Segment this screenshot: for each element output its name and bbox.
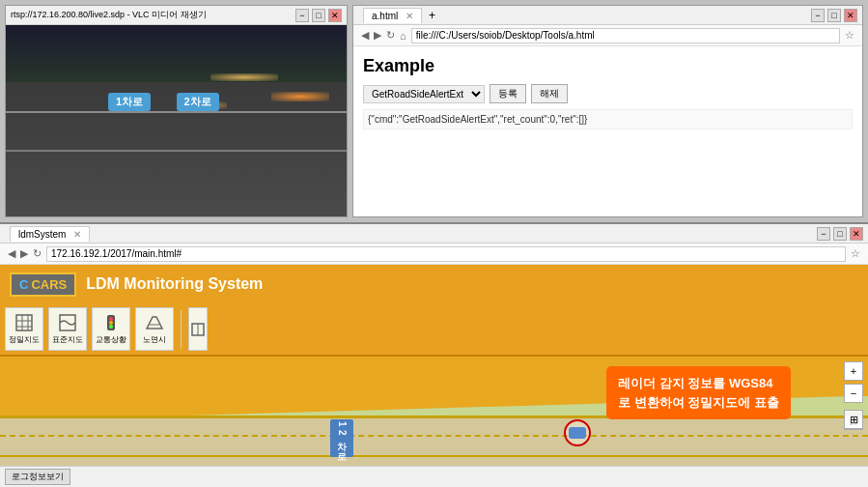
- ldm-address-input[interactable]: [46, 246, 846, 262]
- ldm-tab-close-icon[interactable]: ✕: [73, 229, 81, 240]
- ldm-toolbar: 정밀지도 표준지도 교통상황 노면시: [0, 303, 868, 357]
- tab-close-icon[interactable]: ✕: [406, 11, 413, 21]
- browser-maximize-btn[interactable]: □: [827, 9, 841, 22]
- cars-c-letter: C: [19, 277, 28, 292]
- cancel-button[interactable]: 해제: [531, 84, 568, 103]
- browser-titlebar: a.html ✕ + − □ ✕: [353, 6, 862, 25]
- toolbar-btn-traffic[interactable]: 교통상황: [92, 307, 130, 351]
- browser-content: Example GetRoadSideAlertExt 등록 해제 {"cmd"…: [353, 46, 862, 139]
- toolbar-separator: [181, 310, 182, 349]
- ldm-system-title: LDM Monitoring System: [86, 275, 263, 293]
- browser-address-bar: ◀ ▶ ↻ ⌂ ☆: [353, 25, 862, 46]
- toolbar-btn-precise-map[interactable]: 정밀지도: [5, 307, 43, 351]
- camera-lane-label-2: 2차로: [177, 93, 219, 111]
- star-icon[interactable]: ☆: [845, 29, 854, 42]
- ldm-star-icon[interactable]: ☆: [851, 247, 860, 260]
- svg-point-8: [109, 321, 113, 325]
- camera-window: rtsp://172.16.200.80/live2.sdp - VLC 미디어…: [5, 5, 348, 217]
- top-section: rtsp://172.16.200.80/live2.sdp - VLC 미디어…: [0, 0, 868, 222]
- minimize-btn[interactable]: −: [295, 9, 309, 22]
- cars-text: CARS: [31, 277, 67, 292]
- ldm-section: ldmSystem ✕ − □ ✕ ◀ ▶ ↻ ☆ CCARS LDM Moni…: [0, 222, 868, 487]
- browser-tab-label: a.html: [372, 11, 398, 21]
- api-result: {"cmd":"GetRoadSideAlertExt","ret_count"…: [363, 109, 853, 129]
- road-surface-icon: [145, 313, 164, 332]
- back-icon[interactable]: ◀: [361, 29, 369, 42]
- api-select[interactable]: GetRoadSideAlertExt: [363, 85, 485, 103]
- browser-close-btn[interactable]: ✕: [844, 9, 857, 22]
- map-lane-label-2: 2차로: [330, 428, 353, 457]
- svg-rect-0: [16, 315, 32, 330]
- camera-titlebar: rtsp://172.16.200.80/live2.sdp - VLC 미디어…: [6, 6, 347, 25]
- bottom-status-bar: 로그정보보기: [0, 466, 868, 487]
- ldm-back-icon[interactable]: ◀: [8, 247, 15, 260]
- browser-window: a.html ✕ + − □ ✕ ◀ ▶ ↻ ⌂ ☆ Example GetR: [352, 5, 863, 217]
- standard-map-icon: [58, 313, 77, 332]
- road-line-bottom: [0, 455, 868, 457]
- svg-point-7: [109, 317, 113, 321]
- browser-minimize-btn[interactable]: −: [811, 9, 825, 22]
- annotation-line1: 레이더 감지 정보를 WGS84: [618, 376, 772, 390]
- road-dashed-line: [0, 435, 868, 437]
- layers-btn[interactable]: ⊞: [844, 410, 863, 429]
- ldm-address-bar: ◀ ▶ ↻ ☆: [0, 244, 868, 265]
- forward-icon[interactable]: ▶: [374, 29, 381, 42]
- browser-tab[interactable]: a.html ✕: [363, 8, 422, 23]
- map-car-marker: [564, 419, 591, 446]
- send-button[interactable]: 등록: [490, 84, 526, 103]
- toolbar-btn-extra[interactable]: [188, 307, 208, 351]
- toolbar-btn-standard-map[interactable]: 표준지도: [48, 307, 87, 351]
- ldm-close-btn[interactable]: ✕: [850, 227, 863, 241]
- traffic-icon: [101, 313, 121, 332]
- zoom-in-btn[interactable]: +: [844, 361, 863, 381]
- new-tab-btn[interactable]: +: [425, 9, 439, 22]
- annotation-line2: 로 변환하여 정밀지도에 표출: [618, 395, 779, 410]
- camera-feed: 1차로 2차로: [6, 25, 347, 216]
- maximize-btn[interactable]: □: [312, 9, 325, 22]
- ldm-tab[interactable]: ldmSystem ✕: [10, 226, 90, 242]
- ldm-forward-icon[interactable]: ▶: [20, 247, 28, 260]
- api-row: GetRoadSideAlertExt 등록 해제: [363, 84, 853, 103]
- camera-window-buttons: − □ ✕: [295, 9, 342, 22]
- refresh-icon[interactable]: ↻: [386, 29, 395, 42]
- toolbar-btn-road-surface[interactable]: 노면시: [135, 307, 174, 351]
- address-input[interactable]: [411, 28, 840, 43]
- camera-lane-label-1: 1차로: [108, 93, 151, 111]
- ldm-minimize-btn[interactable]: −: [817, 227, 830, 241]
- example-title: Example: [363, 56, 853, 76]
- ldm-maximize-btn[interactable]: □: [833, 227, 847, 241]
- car-icon: [569, 427, 586, 439]
- extra-icon: [188, 320, 208, 339]
- svg-point-9: [109, 325, 113, 329]
- ldm-tab-label: ldmSystem: [18, 229, 66, 240]
- precise-map-icon: [14, 313, 34, 332]
- map-right-controls: + −: [844, 361, 863, 403]
- btn-road-surface-label: 노면시: [143, 334, 166, 345]
- browser-window-buttons: − □ ✕: [811, 9, 857, 22]
- ldm-header: CCARS LDM Monitoring System: [0, 265, 868, 303]
- btn-precise-map-label: 정밀지도: [9, 334, 40, 345]
- btn-traffic-label: 교통상황: [96, 334, 126, 345]
- camera-title: rtsp://172.16.200.80/live2.sdp - VLC 미디어…: [11, 9, 207, 21]
- annotation-bubble: 레이더 감지 정보를 WGS84 로 변환하여 정밀지도에 표출: [606, 366, 791, 419]
- ldm-window-buttons: − □ ✕: [817, 227, 863, 241]
- btn-standard-map-label: 표준지도: [52, 334, 83, 345]
- ldm-refresh-icon[interactable]: ↻: [33, 247, 42, 260]
- cars-logo: CCARS: [10, 272, 76, 297]
- zoom-out-btn[interactable]: −: [844, 384, 863, 403]
- ldm-titlebar: ldmSystem ✕ − □ ✕: [0, 224, 868, 244]
- log-info-btn[interactable]: 로그정보보기: [5, 469, 70, 485]
- close-btn[interactable]: ✕: [328, 9, 342, 22]
- home-icon[interactable]: ⌂: [400, 30, 406, 42]
